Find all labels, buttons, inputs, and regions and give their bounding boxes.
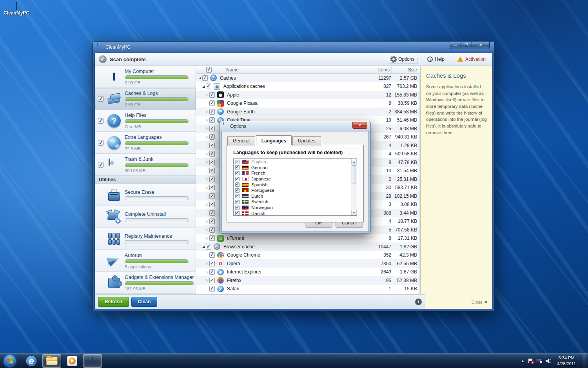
collapsed-arrow-icon[interactable]: ▷ [205,203,209,206]
collapsed-arrow-icon[interactable]: ▷ [205,135,209,139]
collapsed-arrow-icon[interactable]: ▷ [205,118,209,122]
collapsed-arrow-icon[interactable]: ▷ [205,237,209,240]
sidebar-item-checkbox[interactable] [98,140,103,146]
sidebar-item-checkbox[interactable] [98,162,103,168]
language-item-swedish[interactable]: Swedish [234,199,357,205]
language-item-english[interactable]: English [234,159,357,165]
collapsed-arrow-icon[interactable]: ▷ [205,93,209,97]
sidebar-item-autorun[interactable]: Autorun5 applications [95,250,196,272]
info-panel-close[interactable]: Close✕ [472,300,488,305]
table-header[interactable]: Name Items Size [196,66,425,74]
action-center-flag-icon[interactable]: ✕ [528,359,533,363]
language-item-norwegian[interactable]: Norwegian [234,205,357,211]
sidebar-item-secure-erase[interactable]: Secure Erase [95,184,196,206]
row-checkbox[interactable] [209,160,215,165]
language-checkbox[interactable] [235,194,240,198]
sidebar-item-my-computer[interactable]: My Computer2.99 GB [95,66,196,88]
minimize-button[interactable]: — [450,42,461,49]
refresh-button[interactable]: Refresh [98,297,129,307]
language-item-german[interactable]: German [234,165,357,171]
row-checkbox[interactable] [206,84,211,89]
desktop-shortcut-cleanmypc[interactable]: CleanMyPC [2,2,31,16]
row-checkbox[interactable] [209,286,215,291]
expanded-arrow-icon[interactable]: ◢ [198,76,202,80]
sidebar-item-extra-languages[interactable]: Extra Languages22.6 MB [95,132,196,154]
language-item-portuguese[interactable]: Portuguese [234,188,357,193]
row-checkbox[interactable] [209,100,215,106]
collapsed-arrow-icon[interactable]: ▷ [205,270,209,274]
activation-button[interactable]: Activation [454,55,488,63]
table-row-utorrent[interactable]: ▷uTorrent817.31 KB [196,234,425,243]
row-checkbox[interactable] [202,75,208,81]
collapsed-arrow-icon[interactable]: ▷ [205,186,209,189]
row-checkbox[interactable] [209,278,215,283]
row-checkbox[interactable] [209,252,215,258]
row-checkbox[interactable] [209,202,215,207]
language-checkbox[interactable] [235,211,240,215]
table-row-google-picasa[interactable]: Google Picasa838.59 KB [196,99,425,108]
row-checkbox[interactable] [209,227,215,233]
options-button[interactable]: Options [388,55,417,64]
row-checkbox[interactable] [209,269,215,275]
language-checkbox[interactable] [235,177,240,181]
language-item-japanese[interactable]: Japanese [234,176,357,182]
row-checkbox[interactable] [209,185,215,190]
collapsed-arrow-icon[interactable]: ▷ [205,160,209,164]
language-checkbox[interactable] [235,206,240,210]
collapsed-arrow-icon[interactable]: ▷ [205,152,209,156]
tab-languages[interactable]: Languages [256,135,292,145]
taskbar-windows-explorer[interactable] [42,354,61,368]
volume-icon[interactable] [546,359,551,363]
taskbar-cleanmypc[interactable] [83,354,102,368]
table-row-apple[interactable]: ▷Apple12155.83 MB [196,91,425,99]
row-checkbox[interactable] [209,117,215,123]
collapsed-arrow-icon[interactable]: ▷ [205,262,209,265]
row-checkbox[interactable] [209,210,215,216]
table-row-opera[interactable]: ▷Opera735062.55 MB [196,259,425,268]
help-button[interactable]: i Help [425,55,447,63]
sidebar-item-gadgets-extensions-manager[interactable]: Gadgets & Extensions Manager181.96 MB [95,272,196,294]
collapsed-arrow-icon[interactable]: ▷ [205,177,209,181]
language-checkbox[interactable] [235,171,240,175]
sidebar-item-checkbox[interactable] [98,118,103,124]
expanded-arrow-icon[interactable]: ◢ [201,245,206,248]
listbox-scroll-down-arrow[interactable]: ▼ [351,210,357,215]
sidebar-item-complete-uninstall[interactable]: ✕Complete Uninstall [95,206,196,228]
taskbar-media-player[interactable] [63,354,82,368]
taskbar-clock[interactable]: 6:34 PM 4/28/2011 [555,355,578,366]
clean-button[interactable]: Clean [131,297,158,307]
table-row-internet-explorer[interactable]: ▷Internet Explorer26491.67 GB [196,268,425,277]
language-item-danish[interactable]: Danish [234,210,357,216]
language-checkbox[interactable] [235,182,240,187]
tab-updates[interactable]: Updates [292,136,321,146]
row-checkbox[interactable] [209,261,215,266]
row-checkbox[interactable] [209,235,215,241]
info-circle-icon[interactable]: i [415,299,422,305]
sidebar-item-caches-logs[interactable]: Caches & Logs2.59 GB [95,88,196,110]
table-row-applications-caches[interactable]: ◢Applications caches827763.2 MB [196,82,425,91]
maximize-button[interactable]: ❐ [461,42,472,49]
row-checkbox[interactable] [209,143,215,148]
expanded-arrow-icon[interactable]: ◢ [201,85,206,88]
collapsed-arrow-icon[interactable]: ▷ [205,127,209,130]
dialog-titlebar[interactable]: Options ✕ [221,121,369,131]
sidebar-item-trash-junk[interactable]: Trash & Junk390.08 MB [95,154,196,176]
listbox-scroll-up-arrow[interactable]: ▲ [351,159,357,164]
row-checkbox[interactable] [209,92,215,98]
show-desktop-button[interactable] [582,353,586,368]
row-checkbox[interactable] [209,134,215,140]
sidebar-item-registry-maintenance[interactable]: Registry Maintenance [95,228,196,250]
network-icon[interactable] [537,359,542,363]
sidebar-item-help-files[interactable]: ?Help FilesZero MB [95,110,196,132]
column-header-size[interactable]: Size [391,66,419,73]
language-item-spanish[interactable]: Spanish [234,182,357,188]
row-checkbox[interactable] [209,168,215,173]
listbox-scrollbar[interactable]: ▲ ▼ [351,159,357,215]
table-row-google-chrome[interactable]: Google Chrome35242.3 MB [196,251,425,260]
collapsed-arrow-icon[interactable]: ▷ [205,279,209,282]
sidebar-item-checkbox[interactable] [98,96,103,102]
collapsed-arrow-icon[interactable]: ▷ [205,110,209,113]
table-row-firefox[interactable]: ▷Firefox9552.38 MB [196,276,425,285]
start-button[interactable] [4,355,16,367]
row-checkbox[interactable] [209,193,215,199]
